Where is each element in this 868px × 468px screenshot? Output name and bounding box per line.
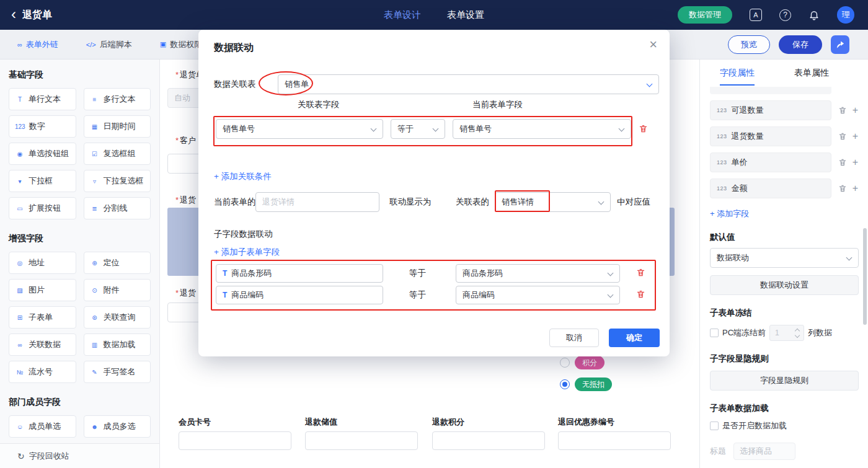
freeze-count-stepper[interactable]: 1: [769, 325, 804, 341]
subfield-chip[interactable]: 123单价: [710, 152, 831, 172]
tab-form-design[interactable]: 表单设计: [384, 9, 421, 21]
data-load-checkbox[interactable]: [710, 422, 719, 430]
scrollbar-thumb[interactable]: [863, 228, 867, 325]
field-label: 子表单: [29, 312, 53, 323]
confirm-button[interactable]: 确定: [609, 329, 660, 347]
field-palette-item[interactable]: ☑复选框组: [84, 143, 151, 165]
add-field-link[interactable]: + 添加字段: [710, 208, 858, 219]
radio-option-no-deduction[interactable]: 无抵扣: [560, 377, 612, 391]
subfield-chip[interactable]: 123可退数量: [710, 100, 831, 120]
delete-icon[interactable]: [838, 106, 847, 115]
cancel-button[interactable]: 取消: [549, 329, 599, 347]
relation-table-select[interactable]: 销售单: [278, 74, 659, 94]
field-palette-item[interactable]: ∞关联数据: [9, 333, 76, 356]
number-icon: 123: [15, 123, 25, 130]
field-palette-item[interactable]: ▭扩展按钮: [9, 197, 76, 219]
close-icon[interactable]: ×: [649, 38, 657, 51]
field-palette-item[interactable]: ◉单选按钮组: [9, 143, 76, 165]
subfield-target-select[interactable]: 商品条形码: [456, 264, 620, 283]
add-icon[interactable]: +: [852, 131, 858, 141]
subfield-chip[interactable]: 123退货数量: [710, 126, 831, 146]
field-palette-item[interactable]: ◎地址: [9, 252, 76, 274]
delete-subfield-icon[interactable]: [636, 268, 646, 278]
properties-panel: 字段属性 表单属性 123可退数量 + 123退货数量 + 123单价: [699, 60, 868, 468]
notification-bell-icon[interactable]: [808, 9, 820, 20]
field-palette-item[interactable]: ⊙附件: [84, 279, 151, 301]
default-value-select[interactable]: 数据联动: [710, 248, 859, 268]
radio-checked-icon[interactable]: [560, 379, 570, 389]
delete-icon[interactable]: [838, 132, 847, 141]
delete-condition-icon[interactable]: [639, 124, 649, 134]
add-icon[interactable]: +: [852, 157, 858, 167]
field-palette-item[interactable]: ▾下拉框: [9, 170, 76, 192]
field-palette-item[interactable]: ⊛关联查询: [84, 306, 151, 329]
field-palette-item[interactable]: №流水号: [9, 361, 76, 383]
field-label: 退回优惠券编号: [558, 417, 614, 428]
delete-icon[interactable]: [838, 184, 847, 193]
field-recycle-bin[interactable]: ↻ 字段回收站: [0, 443, 159, 468]
freeze-checkbox[interactable]: [710, 329, 719, 337]
external-link-button[interactable]: ∞ 表单外链: [17, 39, 58, 50]
back-icon[interactable]: ‹: [11, 7, 16, 22]
member-card-input[interactable]: [179, 431, 291, 450]
related-display-select[interactable]: 销售详情: [495, 192, 611, 212]
field-palette-item[interactable]: ≣分割线: [84, 197, 151, 219]
visibility-rules-button[interactable]: 字段显隐规则: [710, 371, 859, 391]
field-palette-item[interactable]: 123数字: [9, 115, 76, 138]
avatar[interactable]: 理: [837, 6, 854, 24]
users-icon: ☻: [90, 423, 100, 430]
add-subfield-link[interactable]: + 添加子表单字段: [214, 247, 280, 258]
delete-icon[interactable]: [838, 158, 847, 167]
coupon-number-input[interactable]: [558, 431, 671, 450]
subfield-row: 123金额 +: [710, 179, 858, 198]
tab-form-properties[interactable]: 表单属性: [794, 68, 829, 86]
field-palette-item[interactable]: ⊕定位: [84, 252, 151, 274]
field-palette-item[interactable]: ☻成员多选: [84, 415, 151, 438]
refund-stored-value-input[interactable]: [305, 431, 418, 450]
field-palette-item[interactable]: ▿下拉复选框: [84, 170, 151, 192]
number-type-icon: 123: [717, 107, 727, 113]
subfield-input[interactable]: T 商品编码: [216, 286, 383, 304]
data-permission-button[interactable]: ▣ 数据权限: [160, 39, 202, 50]
subfield-label: 退货数量: [732, 131, 764, 142]
add-icon[interactable]: +: [852, 105, 858, 115]
attachment-icon: ⊙: [90, 287, 100, 294]
field-palette-item[interactable]: T单行文本: [9, 88, 76, 110]
display-field-input[interactable]: 退货详情: [255, 192, 379, 212]
radio-option-points[interactable]: 积分: [560, 356, 604, 369]
field-palette-item[interactable]: ▨图片: [9, 279, 76, 301]
field-palette-item[interactable]: ▦日期时间: [84, 115, 151, 138]
field-label: 附件: [104, 285, 120, 296]
field-palette-item[interactable]: ☺成员单选: [9, 415, 76, 438]
field-label: 成员单选: [29, 421, 61, 432]
related-field-select[interactable]: 销售单号: [216, 119, 383, 139]
subfield-target-select[interactable]: 商品编码: [456, 286, 620, 304]
help-icon[interactable]: ?: [779, 9, 791, 21]
operator-select[interactable]: 等于: [391, 119, 445, 139]
chevron-down-icon[interactable]: [795, 333, 800, 338]
delete-subfield-icon[interactable]: [636, 289, 646, 299]
save-button[interactable]: 保存: [779, 35, 822, 54]
radio-icon[interactable]: [560, 358, 570, 368]
field-palette-item[interactable]: ▥数据加载: [84, 333, 151, 356]
tab-field-properties[interactable]: 字段属性: [720, 68, 755, 86]
preview-button[interactable]: 预览: [728, 35, 770, 54]
share-button[interactable]: [831, 35, 849, 54]
current-field-select[interactable]: 销售单号: [453, 119, 631, 139]
backend-script-button[interactable]: </> 后端脚本: [86, 39, 132, 50]
field-palette-item[interactable]: ✎手写签名: [84, 361, 151, 383]
language-icon[interactable]: A: [750, 9, 762, 21]
linkage-settings-button[interactable]: 数据联动设置: [710, 275, 859, 295]
add-icon[interactable]: +: [852, 183, 858, 193]
tab-form-settings[interactable]: 表单设置: [447, 9, 484, 21]
field-label-text: 客户: [180, 136, 196, 145]
add-condition-link[interactable]: + 添加关联条件: [214, 171, 272, 182]
field-palette-item[interactable]: ≡多行文本: [84, 88, 151, 110]
recycle-icon: ↻: [17, 451, 25, 461]
field-palette-item[interactable]: ⊞子表单: [9, 306, 76, 329]
data-manage-button[interactable]: 数据管理: [678, 6, 732, 24]
subfield-chip[interactable]: 123金额: [710, 179, 831, 198]
refund-points-input[interactable]: [432, 431, 545, 450]
subfield-input[interactable]: T 商品条形码: [216, 264, 383, 283]
select-value: 等于: [397, 123, 414, 135]
